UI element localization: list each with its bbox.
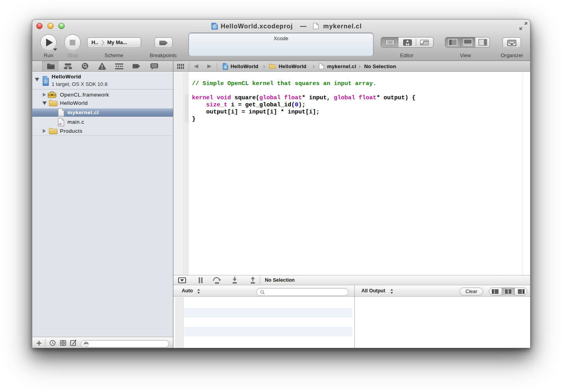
svg-text:.c: .c xyxy=(59,121,62,126)
